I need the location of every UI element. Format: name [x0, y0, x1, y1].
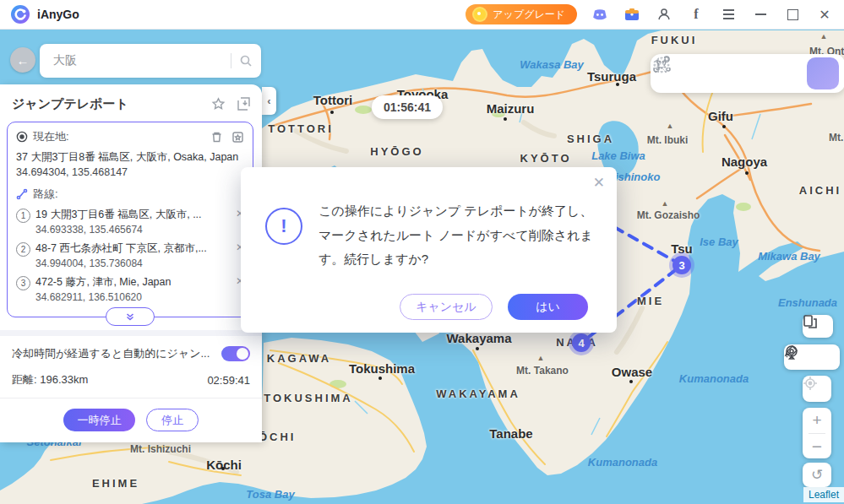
city-dot [616, 83, 619, 86]
chevron-double-down-icon [125, 312, 135, 322]
current-location-coords: 34.694304, 135.468147 [16, 166, 244, 178]
cooldown-auto-jump-label: 冷却時間が経過すると自動的にジャン... [12, 346, 221, 361]
zoom-panel: + − [803, 408, 831, 458]
confirm-dialog: ✕ ! この操作によりジャンプ テレポートが終了し、マークされたルート ノードが… [241, 167, 617, 333]
dialog-message: この操作によりジャンプ テレポートが終了し、マークされたルート ノードがすべて削… [319, 199, 597, 272]
app-logo-icon [10, 4, 30, 24]
upgrade-button[interactable]: アップグレード [466, 4, 577, 24]
route-item-coords: 34.682911, 136.510620 [35, 291, 231, 303]
zoom-out-button[interactable]: − [812, 434, 822, 458]
route-item-coords: 34.693338, 135.465674 [35, 224, 231, 236]
trash-icon[interactable] [210, 131, 223, 144]
back-button[interactable]: ← [10, 47, 35, 73]
route-item: 2 48-7 西七条赤社町 下京区, 京都市,... 34.994004, 13… [16, 241, 244, 269]
minimize-button[interactable] [751, 5, 770, 24]
route-marker: 4 [572, 333, 591, 352]
collapse-route-button[interactable] [106, 307, 155, 326]
favorite-icon[interactable] [211, 97, 226, 111]
title-bar: iAnyGo アップグレード f ✕ [0, 0, 844, 30]
city-dot [504, 117, 507, 121]
distance-value: 距離: 196.33km [12, 372, 207, 387]
save-collection-icon[interactable] [231, 131, 244, 144]
route-item: 3 472-5 藤方, 津市, Mie, Japan 34.682911, 13… [16, 275, 244, 303]
route-box: 現在地: 37 大開3丁目8番 福島区, 大阪市, Osaka, Japan 3… [7, 122, 253, 317]
cooldown-countdown: 02:59:41 [207, 374, 250, 387]
search-box [40, 44, 261, 78]
elapsed-timer: 01:56:41 [372, 95, 443, 119]
current-location-address: 37 大開3丁目8番 福島区, 大阪市, Osaka, Japan [16, 150, 244, 165]
route-item-address: 48-7 西七条赤社町 下京区, 京都市,... [35, 241, 231, 256]
cancel-button[interactable]: キャンセル [400, 294, 493, 320]
search-input[interactable] [52, 53, 223, 68]
city-dot [378, 377, 382, 380]
panel-title: ジャンプテレポート [12, 96, 201, 112]
multi-spot-mode-icon[interactable] [732, 57, 764, 89]
teleport-panel: ジャンプテレポート 現在地: [0, 84, 262, 442]
upgrade-label: アップグレード [493, 8, 565, 22]
auto-jump-toggle[interactable] [221, 346, 250, 361]
discord-icon[interactable] [591, 5, 609, 24]
route-item-number: 1 [16, 209, 30, 223]
two-spot-mode-icon[interactable] [694, 57, 727, 89]
map-attribution[interactable]: Leaflet [803, 487, 844, 502]
map-tools-panel [784, 344, 840, 370]
joystick-mode-icon[interactable] [769, 57, 801, 89]
import-collection-icon[interactable] [236, 97, 250, 111]
route-item-number: 3 [16, 276, 30, 290]
route-marker: 3 [672, 256, 691, 274]
route-item-address: 19 大開3丁目6番 福島区, 大阪市, ... [35, 208, 231, 222]
sidebar: ← ジャンプテレポート 現在地: [0, 30, 262, 442]
dialog-close-icon[interactable]: ✕ [593, 174, 605, 192]
search-icon[interactable] [239, 54, 253, 68]
route-item-coords: 34.994004, 135.736084 [35, 257, 231, 269]
zoom-in-button[interactable]: + [812, 408, 821, 433]
current-location-label: 現在地: [33, 129, 69, 144]
section-divider [0, 330, 262, 336]
maximize-button[interactable] [783, 5, 802, 24]
account-icon[interactable] [655, 5, 673, 24]
medal-icon [472, 7, 487, 22]
close-button[interactable]: ✕ [815, 5, 834, 24]
route-item-address: 472-5 藤方, 津市, Mie, Japan [35, 275, 231, 290]
city-dot [629, 380, 633, 383]
city-dot [722, 125, 726, 128]
route-icon [16, 188, 28, 200]
mode-toolbar [651, 54, 844, 93]
toolbox-icon[interactable] [623, 5, 641, 24]
city-dot [476, 347, 479, 350]
sidebar-collapse-handle[interactable]: ‹ [262, 87, 276, 115]
undo-button[interactable]: ↺ [803, 463, 831, 487]
city-dot [221, 467, 225, 470]
city-dot [745, 171, 749, 175]
city-dot [330, 111, 334, 114]
stop-button[interactable]: 停止 [146, 409, 199, 431]
warning-icon: ! [265, 208, 302, 245]
target-icon [16, 131, 28, 143]
search-divider [231, 53, 231, 68]
facebook-icon[interactable]: f [687, 5, 705, 24]
pause-button[interactable]: 一時停止 [63, 409, 135, 431]
route-item-number: 2 [16, 242, 30, 257]
app-name: iAnyGo [37, 8, 79, 21]
route-label: 路線: [33, 187, 58, 202]
layers-button[interactable] [803, 315, 833, 338]
route-item: 1 19 大開3丁目6番 福島区, 大阪市, ... 34.693338, 13… [16, 208, 244, 236]
jump-teleport-mode-icon[interactable] [807, 57, 839, 89]
menu-icon[interactable] [719, 5, 738, 24]
locate-button[interactable] [803, 376, 831, 402]
confirm-button[interactable]: はい [508, 294, 588, 320]
